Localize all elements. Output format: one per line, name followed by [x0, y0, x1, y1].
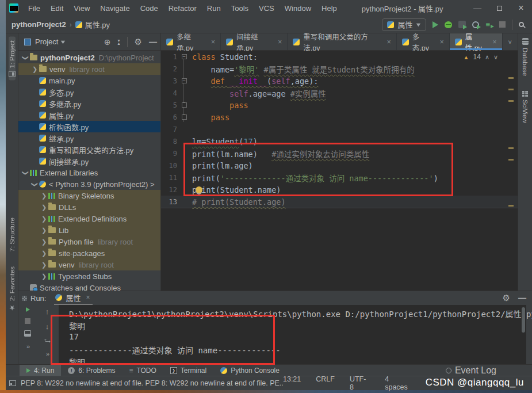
- menu-window[interactable]: Window: [280, 4, 316, 13]
- hidden-tabs-chevron-icon[interactable]: ˅: [503, 39, 518, 45]
- chevron-down-icon[interactable]: ❯: [22, 54, 29, 62]
- tree-item[interactable]: ❯< Python 3.9 (pythonProject2) >: [18, 178, 160, 190]
- tool-window-button-problems[interactable]: !6: Problems: [61, 365, 122, 376]
- tree-item[interactable]: ❯venvlibrary root: [18, 63, 160, 75]
- editor-tab[interactable]: 重写和调用父类的方法.py×: [288, 33, 396, 50]
- tree-item[interactable]: 继承.py: [18, 132, 160, 144]
- tool-window-button-structure[interactable]: 7: Structure: [9, 218, 16, 251]
- debug-button[interactable]: [445, 21, 452, 28]
- maximize-button[interactable]: [488, 0, 510, 16]
- menu-tools[interactable]: Tools: [226, 4, 254, 13]
- tool-window-button-terminal[interactable]: ❯Terminal: [163, 365, 213, 376]
- code-line[interactable]: 13# print(Student.age): [161, 196, 518, 208]
- rerun-button[interactable]: [26, 307, 30, 312]
- tree-item[interactable]: ❯DLLs: [18, 201, 160, 213]
- fold-marker-icon[interactable]: ˆ: [182, 115, 187, 120]
- gear-icon[interactable]: ⚙: [135, 38, 142, 46]
- code-line[interactable]: 3− def __init__(self,age):: [161, 75, 518, 87]
- chevron-right-icon[interactable]: ❯: [40, 250, 48, 257]
- code-line[interactable]: 1−class Student:: [161, 51, 518, 63]
- encoding-indicator[interactable]: UTF-8: [350, 375, 370, 391]
- menu-navigate[interactable]: Navigate: [95, 4, 135, 13]
- run-configuration-select[interactable]: 属性 ▼: [382, 18, 426, 31]
- code-line[interactable]: 2 name='黎明' #属于类属性 就是Student类对象所拥有的: [161, 63, 518, 75]
- tree-item[interactable]: ❯pythonProject2D:\pythonProject: [18, 52, 160, 63]
- concurrency-diagram-button[interactable]: ≡: [485, 21, 490, 28]
- menu-edit[interactable]: Edit: [45, 4, 68, 13]
- chevron-right-icon[interactable]: ❯: [31, 66, 39, 73]
- up-stack-trace-icon[interactable]: ↑: [45, 307, 49, 316]
- tree-item[interactable]: Scratches and Consoles: [18, 282, 160, 291]
- tree-item[interactable]: ❯Typeshed Stubs: [18, 270, 160, 282]
- tree-item[interactable]: ❯site-packages: [18, 247, 160, 259]
- soft-wrap-icon[interactable]: ⮐: [44, 337, 51, 344]
- chevron-down-icon[interactable]: ▼: [60, 39, 67, 45]
- chevron-right-icon[interactable]: ❯: [40, 227, 48, 234]
- search-everywhere-icon[interactable]: [519, 22, 524, 27]
- profiler-button[interactable]: [472, 21, 479, 28]
- collapse-all-icon[interactable]: ▾▴: [118, 39, 120, 45]
- down-stack-trace-icon[interactable]: ↓: [45, 322, 49, 331]
- hide-panel-icon[interactable]: —: [518, 293, 526, 303]
- chevron-down-icon[interactable]: ❯: [31, 181, 39, 188]
- gear-icon[interactable]: ⚙: [503, 294, 510, 302]
- fold-marker-icon[interactable]: ˆ: [182, 102, 187, 108]
- tree-item[interactable]: ❯Lib: [18, 224, 160, 236]
- chevron-right-icon[interactable]: ❯: [40, 261, 48, 269]
- close-button[interactable]: ×: [510, 0, 532, 16]
- tool-window-button-run[interactable]: 4: Run: [20, 365, 61, 376]
- line-ending-indicator[interactable]: CRLF: [316, 375, 335, 391]
- editor-tab[interactable]: 多态.py×: [397, 33, 450, 50]
- more-actions-icon[interactable]: »: [26, 343, 29, 350]
- breadcrumb-file[interactable]: 属性.py: [85, 19, 110, 30]
- menu-vcs[interactable]: VCS: [254, 4, 280, 13]
- tree-item[interactable]: 重写和调用父类的方法.py: [18, 144, 160, 155]
- code-line[interactable]: 5ˆ pass: [161, 99, 518, 111]
- menu-code[interactable]: Code: [135, 4, 163, 13]
- menu-help[interactable]: Help: [316, 4, 342, 13]
- chevron-right-icon[interactable]: ❯: [40, 273, 48, 280]
- fold-marker-icon[interactable]: −: [182, 78, 187, 83]
- event-log-button[interactable]: Event Log: [446, 365, 496, 376]
- tree-item[interactable]: 多继承.py: [18, 98, 160, 109]
- project-panel-title[interactable]: Project: [35, 37, 58, 46]
- console-scrollbar[interactable]: [522, 307, 525, 333]
- tool-window-button-python-console[interactable]: Python Console: [213, 365, 286, 376]
- indent-indicator[interactable]: 4 spaces: [385, 375, 414, 391]
- chevron-right-icon[interactable]: ❯: [40, 215, 48, 223]
- menu-file[interactable]: File: [23, 4, 45, 13]
- chevron-right-icon[interactable]: ❯: [40, 238, 48, 246]
- tree-item[interactable]: 间接继承.py: [18, 155, 160, 167]
- tool-window-button-project[interactable]: 1: Project: [9, 37, 16, 81]
- tree-item[interactable]: ❯Python filelibrary root: [18, 236, 160, 247]
- tree-item[interactable]: 析构函数.py: [18, 121, 160, 132]
- tree-item[interactable]: ❯venvlibrary root: [18, 259, 160, 270]
- close-icon[interactable]: ×: [86, 293, 90, 302]
- tool-window-button-sciview[interactable]: SciView: [522, 91, 529, 123]
- minimize-button[interactable]: —: [466, 0, 488, 16]
- editor-tab[interactable]: 间接继承.py×: [221, 33, 288, 50]
- tool-window-switcher-icon[interactable]: [9, 380, 16, 386]
- select-opened-file-icon[interactable]: ⊕: [104, 37, 111, 47]
- menu-refactor[interactable]: Refactor: [163, 4, 202, 13]
- tool-window-button-todo[interactable]: ≡TODO: [122, 365, 163, 376]
- code-line[interactable]: 4 self.age=age #实例属性: [161, 87, 518, 99]
- tool-window-button-favorites[interactable]: ★ 2: Favorites: [9, 266, 16, 312]
- code-line[interactable]: 6ˆ pass: [161, 111, 518, 123]
- restore-layout-icon[interactable]: [24, 330, 31, 337]
- run-tab[interactable]: 属性 ×: [54, 291, 92, 305]
- run-button[interactable]: [433, 21, 438, 28]
- coverage-button[interactable]: [458, 21, 466, 28]
- hide-panel-icon[interactable]: —: [149, 37, 157, 47]
- tool-window-options-icon[interactable]: [22, 296, 27, 301]
- caret-position[interactable]: 13:21: [283, 375, 301, 391]
- stop-button[interactable]: [499, 21, 506, 28]
- menu-run[interactable]: Run: [202, 4, 226, 13]
- chevron-down-icon[interactable]: ❯: [22, 169, 29, 177]
- tree-item[interactable]: ❯External Libraries: [18, 167, 160, 178]
- breadcrumb-project[interactable]: pythonProject2: [12, 20, 66, 29]
- chevron-right-icon[interactable]: ❯: [40, 204, 48, 211]
- tree-item[interactable]: 多态.py: [18, 86, 160, 98]
- tree-item[interactable]: ❯Binary Skeletons: [18, 190, 160, 201]
- tree-item[interactable]: main.py: [18, 75, 160, 86]
